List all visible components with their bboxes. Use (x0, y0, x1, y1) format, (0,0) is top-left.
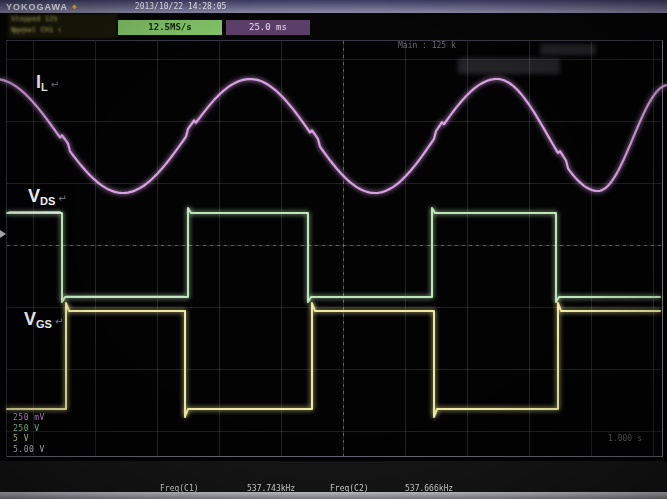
label-vgs: VGS↵ (24, 309, 63, 330)
measurement-bar: Freq(C1) Rise(C2) P-P(C3) 537.743kHz 17.… (0, 461, 667, 492)
time-window-block: 25.0 ms (226, 20, 310, 35)
channel-scale-aux: 5.00 V (13, 445, 45, 456)
right-edge-readout: 1.000 s (608, 434, 642, 443)
channel-scale-vgs: 5 V (13, 434, 45, 445)
brand-diamond-icon: ◆ (72, 2, 77, 11)
channel-scale-il: 250 mV (13, 413, 45, 424)
sample-rate-block: 12.5MS/s (118, 20, 222, 35)
brand-logo: YOKOGAWA (6, 2, 68, 12)
oscilloscope-screen: YOKOGAWA ◆ 2013/10/22 14:28:05 Stopped 1… (0, 0, 667, 499)
trigger-level-marker (0, 230, 6, 238)
header-scrap-text: 125 (12, 28, 25, 36)
record-length-readout: Main : 125 k (398, 41, 456, 50)
acquisition-status-line1: Stopped 125 (11, 14, 117, 25)
center-vertical-gridline (343, 41, 344, 456)
photo-smudge (458, 58, 560, 74)
label-il: IL↵ (36, 72, 59, 93)
status-bar: Stopped 125 Normal CH1 ↑ 12.5MS/s 25.0 m… (0, 13, 667, 40)
center-horizontal-gridline (7, 245, 662, 246)
return-mark-icon: ↵ (58, 193, 66, 204)
bottom-bezel-strip (0, 492, 667, 499)
acquisition-status-line2: Normal CH1 ↑ (11, 25, 117, 36)
return-mark-icon: ↵ (55, 316, 63, 327)
channel-scale-list: 250 mV 250 V 5 V 5.00 V (13, 413, 45, 455)
return-mark-icon: ↵ (51, 79, 59, 90)
title-bar: YOKOGAWA ◆ 2013/10/22 14:28:05 (0, 0, 667, 13)
label-vds: VDS↵ (28, 186, 67, 207)
channel-scale-vds: 250 V (13, 424, 45, 435)
photo-smudge (540, 44, 596, 55)
graticule (6, 40, 663, 457)
datetime-readout: 2013/10/22 14:28:05 (135, 2, 227, 11)
